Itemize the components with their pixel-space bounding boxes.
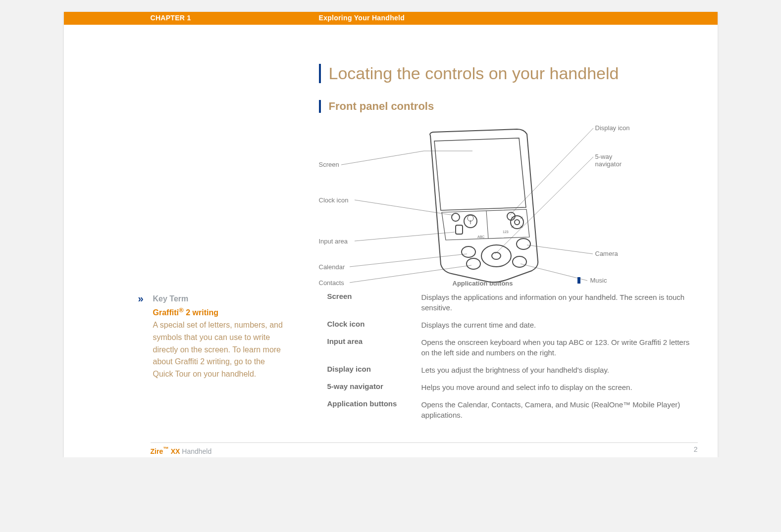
def-term: Display icon — [319, 365, 421, 373]
svg-point-21 — [481, 245, 511, 267]
music-marker — [577, 277, 580, 284]
footer-brand-model: XX — [169, 447, 180, 455]
page-title: Locating the controls on your handheld — [319, 64, 619, 83]
footer-brand-name: Zire — [151, 447, 163, 455]
footer-brand-tail: Handheld — [180, 447, 211, 455]
chapter-header-bar: CHAPTER 1 Exploring Your Handheld — [64, 12, 718, 25]
key-term-body: A special set of letters, numbers, and s… — [153, 321, 283, 378]
svg-point-16 — [515, 220, 520, 225]
section-title: Front panel controls — [319, 100, 434, 113]
footer-brand: Zire™ XX Handheld — [151, 445, 212, 455]
callout-application-buttons: Application buttons — [453, 280, 513, 287]
callout-clock-icon: Clock icon — [319, 196, 349, 204]
callout-display-icon: Display icon — [595, 124, 630, 132]
key-term-name: Graffiti® 2 writing — [153, 308, 219, 317]
svg-text:ABC: ABC — [477, 235, 484, 239]
def-term: Input area — [319, 337, 421, 345]
svg-line-4 — [350, 254, 467, 267]
registered-symbol: ® — [179, 306, 184, 314]
chapter-title: Exploring Your Handheld — [319, 14, 405, 22]
key-term-label: Key Term — [153, 294, 189, 303]
svg-line-0 — [341, 151, 424, 165]
def-desc: Lets you adjust the brightness of your h… — [421, 365, 694, 375]
def-desc: Helps you move around and select info to… — [421, 382, 694, 392]
def-term: 5-way navigator — [319, 382, 421, 390]
footer-rule — [151, 442, 698, 443]
def-row-clock: Clock icon Displays the current time and… — [317, 320, 694, 330]
svg-line-7 — [495, 157, 593, 254]
svg-point-23 — [462, 246, 475, 257]
def-term: Application buttons — [319, 399, 421, 408]
callout-music: Music — [590, 277, 607, 284]
key-term-name-text: Graffiti — [153, 308, 179, 317]
def-desc: Opens the Calendar, Contacts, Camera, an… — [421, 399, 694, 420]
svg-line-2 — [355, 200, 454, 215]
svg-line-10 — [486, 211, 488, 239]
callout-contacts: Contacts — [319, 279, 344, 287]
def-row-input-area: Input area Opens the onscreen keyboard w… — [317, 337, 694, 358]
callout-input-area: Input area — [319, 238, 348, 245]
page-footer: Zire™ XX Handheld 2 — [64, 442, 718, 455]
callout-calendar: Calendar — [319, 263, 345, 271]
page: CHAPTER 1 Exploring Your Handheld Locati… — [64, 12, 718, 457]
def-desc: Opens the onscreen keyboard when you tap… — [421, 337, 694, 358]
def-row-display-icon: Display icon Lets you adjust the brightn… — [317, 365, 694, 375]
callout-screen: Screen — [319, 161, 339, 168]
def-row-app-buttons: Application buttons Opens the Calendar, … — [317, 399, 694, 420]
def-term: Screen — [319, 292, 421, 300]
svg-point-25 — [517, 239, 530, 249]
footer-page-number: 2 — [694, 445, 698, 453]
definitions-list: Screen Displays the applications and inf… — [317, 292, 694, 427]
svg-point-11 — [452, 213, 460, 221]
tm-symbol: ™ — [163, 445, 169, 452]
svg-line-3 — [355, 232, 455, 241]
key-term-name-text2: 2 writing — [184, 308, 218, 317]
callout-five-way: 5-way navigator — [595, 153, 636, 168]
def-row-screen: Screen Displays the applications and inf… — [317, 292, 694, 313]
chevron-right-icon: » — [138, 293, 144, 303]
svg-rect-13 — [456, 225, 463, 234]
handheld-svg: ABC 123 — [319, 118, 636, 287]
def-desc: Displays the current time and date. — [421, 320, 694, 330]
key-term-block: Key Term Graffiti® 2 writing A special s… — [153, 293, 287, 381]
svg-point-24 — [467, 258, 480, 269]
def-row-five-way: 5-way navigator Helps you move around an… — [317, 382, 694, 392]
def-desc: Displays the applications and informatio… — [421, 292, 694, 313]
def-term: Clock icon — [319, 320, 421, 328]
chapter-label: CHAPTER 1 — [151, 14, 191, 22]
svg-point-22 — [492, 252, 501, 259]
svg-point-26 — [513, 256, 526, 267]
svg-text:123: 123 — [503, 230, 509, 234]
callout-camera: Camera — [595, 250, 618, 257]
front-panel-diagram: ABC 123 Screen Clock icon Input area Cal… — [319, 118, 636, 287]
